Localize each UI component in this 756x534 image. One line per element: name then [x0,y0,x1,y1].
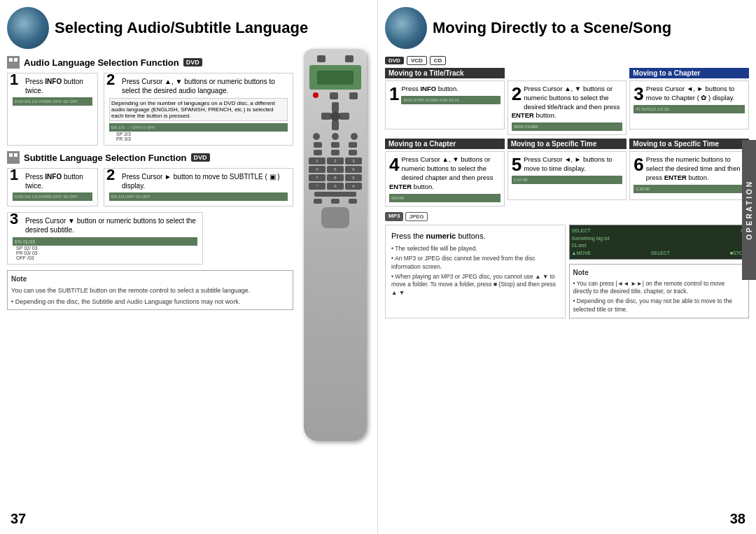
subtitle-dvd-badge: DVD [191,153,210,162]
chapter2-col: Moving to a Chapter 4 Press Cursor ▲, ▼ … [385,139,505,206]
audio-step1-box: 1 Press INFO button twice. DVD EN 1/2 FR… [7,73,98,146]
remote-num-1: 1 [309,157,326,164]
left-title: Selecting Audio/Subtitle Language [55,19,308,37]
audio-step2-num: 2 [106,72,115,87]
left-header: Selecting Audio/Subtitle Language [7,7,370,49]
mp3-badge: MP3 [385,212,403,221]
right-globe-icon [385,7,427,49]
remote-extra-buttons [309,192,362,197]
remote-extra-btn-1 [314,192,356,197]
mp3-jpeg-badges-row: MP3 JPEG [385,212,749,221]
mp3-right-col: SELECT89 Something big.txt 01.test ▲MOVE… [569,225,750,319]
remote-btn-3 [313,92,318,98]
mp3-bullet-1: • The selected file will be played. [391,245,559,253]
audio-dvd-badge: DVD [183,58,202,66]
audio-screen-langs: SP 2/3 FR 3/3 [109,132,288,141]
remote-stop-btn [314,150,322,155]
remote-num-7: 7 [309,174,326,181]
mp3-step-text: Press the numeric buttons. [391,231,559,241]
subtitle-step1-box: 1 Press INFO button twice. DVD EN 1/3 FR… [7,168,98,206]
audio-step2-content: Press Cursor ▲, ▼ buttons or numeric but… [109,77,288,95]
remote-dpad-up [332,102,339,112]
title-track-col: Moving to a Title/Track 1 Press INFO but… [385,68,505,135]
specific-time1-header: Moving to a Specific Time [507,139,627,149]
operation-label: OPERATION [746,180,753,240]
mp3-bullet-2: • An MP3 or JPEG disc cannot be moved fr… [391,255,559,272]
remote-num-2: 2 [327,157,344,164]
dvd-badge: DVD [385,57,404,64]
remote-num-star: * [309,183,326,190]
right-step4-screen: 05/040 [389,194,500,202]
remote-dpad-left [321,113,331,120]
subtitle-step1-screen: DVD EN 1/3 FR/RR OFF/ 02 OFF [13,192,92,201]
svg-rect-2 [9,153,13,157]
remote-transport-buttons-2 [309,150,362,155]
subtitle-step3-content: Press Cursor ▼ button or numeric buttons… [13,216,197,234]
audio-step1-text: Press [25,78,45,85]
subtitle-step3-screen: EN 01/03 [13,237,197,246]
audio-note-box: Depending on the number of languages on … [109,98,288,121]
subtitle-step3-num: 3 [10,211,18,227]
audio-note-text: Depending on the number of languages on … [111,100,275,119]
remote-btn-round-1 [313,133,320,140]
remote-dpad-right [340,113,349,120]
screen-row-2: Something big.txt [572,236,747,241]
mp3-screen-mock: SELECT89 Something big.txt 01.test ▲MOVE… [569,225,750,260]
remote-rew-btn [314,142,322,148]
left-note-line1: You can use the SUBTITLE button on the r… [11,286,289,295]
audio-steps: 1 Press INFO button twice. DVD EN 1/2 FR… [7,73,293,146]
remote-dpad-down [332,120,339,130]
audio-step1-num: 1 [10,72,18,87]
remote-num-4: 4 [309,166,326,173]
right-step5-num: 5 [512,155,522,174]
remote-num-hash: # [345,183,362,190]
remote-transport-buttons [309,142,362,148]
left-note-section: Note You can use the SUBTITLE button on … [7,270,293,310]
right-page-number: 38 [730,511,746,527]
subtitle-section-title: Subtitle Language Selection Function [24,153,187,163]
remote-dpad [321,102,349,130]
remote-top-buttons [307,55,363,62]
left-page: Selecting Audio/Subtitle Language Audio … [0,0,378,534]
right-step4-num: 4 [389,155,399,174]
specific-time1-col: Moving to a Specific Time 5 Press Cursor… [507,139,627,206]
audio-step2-screen: EN 1/3 · · · OFF/ 0 OFF [109,123,288,132]
right-step4-box: 4 Press Cursor ▲, ▼ buttons or numeric b… [385,151,505,206]
specific-time2-col: Moving to a Specific Time 6 Press the nu… [629,139,749,206]
subtitle-step1-num: 1 [10,167,18,183]
audio-section-icon [7,56,20,69]
right-step2-box: 2 Press Cursor ▲, ▼ buttons or numeric b… [507,80,627,135]
right-step3-num: 3 [634,85,643,103]
right-step1-screen: DVD 07/65 01/060 0:00:33 01 [401,96,500,104]
right-step2-text: Press Cursor ▲, ▼ buttons or numeric but… [512,85,623,120]
remote-fwd-btn [349,142,357,148]
subtitle-step2-screen: EN 1/3 OFF/ 02 OFF [109,192,288,201]
remote-screen-display [317,71,354,85]
remote-screen [309,65,361,90]
subtitle-section-header: Subtitle Language Selection Function DVD [7,151,293,164]
chapter2-header: Moving to a Chapter [385,139,505,149]
remote-play-btn [331,142,340,148]
remote-body: 1 2 3 4 5 6 7 8 9 * 0 # [304,49,367,441]
subtitle-step3-screens: EN 01/03 SP 02/ 03 FR 03/ 03 OFF /03 [13,237,197,260]
remote-num-9: 9 [345,174,362,181]
chapter-col: Moving to a Chapter 3 Press Cursor ◄, ► … [629,68,749,135]
remote-control: 1 2 3 4 5 6 7 8 9 * 0 # [304,49,374,455]
mp3-bullets-list: • The selected file will be played. • An… [391,245,559,297]
audio-step2-box: 2 Press Cursor ▲, ▼ buttons or numeric b… [104,73,293,146]
subtitle-section: Subtitle Language Selection Function DVD… [7,151,293,265]
remote-rec-btn [349,150,357,155]
subtitle-section-icon [7,151,20,164]
right-mid-grid: Moving to a Chapter 4 Press Cursor ▲, ▼ … [385,139,749,206]
audio-section-title: Audio Language Selection Function [24,57,179,68]
right-step5-text: Press Cursor ◄, ► buttons to move to tim… [512,155,623,174]
right-step4-text: Press Cursor ▲, ▼ buttons or numeric but… [389,155,500,191]
chapter-header: Moving to a Chapter [629,68,749,78]
right-step6-num: 6 [634,155,643,174]
svg-rect-1 [14,58,18,62]
right-step1-text: Press INFO button. [389,85,500,94]
remote-num-6: 6 [345,166,362,173]
right-top-grid: Moving to a Title/Track 1 Press INFO but… [385,68,749,135]
right-step3-text: Press Cursor ◄, ► buttons to move to Cha… [634,85,745,103]
svg-rect-0 [9,58,13,62]
